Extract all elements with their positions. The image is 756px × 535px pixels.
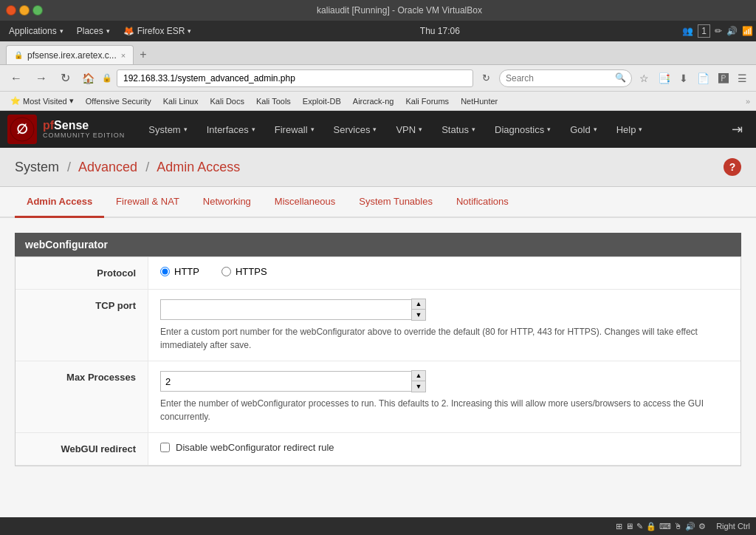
nav-system-label: System bbox=[148, 124, 180, 135]
tab-miscellaneous[interactable]: Miscellaneous bbox=[263, 187, 347, 218]
bookmark-aircrack-ng[interactable]: Aircrack-ng bbox=[348, 95, 399, 107]
bookmark-kali-docs[interactable]: Kali Docs bbox=[205, 95, 248, 107]
workspace-indicator: 1 bbox=[698, 24, 710, 38]
window-title: kaliaudit [Running] - Oracle VM VirtualB… bbox=[49, 5, 750, 16]
refresh-button[interactable]: ↻ bbox=[56, 69, 75, 86]
breadcrumb-level2[interactable]: Admin Access bbox=[157, 160, 240, 174]
more-bookmarks[interactable]: » bbox=[746, 97, 750, 106]
nav-services[interactable]: Services ▾ bbox=[325, 120, 386, 140]
max-processes-spinner: ▲ ▼ bbox=[160, 370, 729, 392]
back-button[interactable]: ← bbox=[6, 70, 27, 86]
nav-help[interactable]: Help ▾ bbox=[608, 120, 652, 140]
protocol-http-radio[interactable] bbox=[160, 267, 170, 276]
menu-icon[interactable]: ☰ bbox=[735, 71, 750, 86]
pfsense-content: ∅ pfSense COMMUNITY EDITION System ▾ Int… bbox=[0, 111, 756, 535]
tcp-port-decrement[interactable]: ▼ bbox=[412, 310, 425, 320]
tab-notifications[interactable]: Notifications bbox=[444, 187, 520, 218]
download-icon[interactable]: ⬇ bbox=[676, 71, 691, 86]
forward-button[interactable]: → bbox=[31, 70, 52, 86]
nav-gold[interactable]: Gold ▾ bbox=[561, 120, 605, 140]
logout-button[interactable]: ⇥ bbox=[726, 118, 749, 140]
tcp-port-spinner-buttons: ▲ ▼ bbox=[411, 299, 426, 321]
minimize-button[interactable] bbox=[19, 5, 30, 16]
protocol-https-radio[interactable] bbox=[221, 267, 231, 276]
nav-services-label: Services bbox=[334, 124, 371, 135]
max-processes-increment[interactable]: ▲ bbox=[412, 371, 425, 381]
places-menu[interactable]: Places ▾ bbox=[71, 24, 116, 38]
applications-menu[interactable]: Applications ▾ bbox=[3, 24, 69, 38]
close-button[interactable] bbox=[6, 5, 16, 16]
nav-interfaces[interactable]: Interfaces ▾ bbox=[198, 120, 264, 140]
breadcrumb-root: System bbox=[15, 160, 59, 174]
system-tray: 👥 1 ✏ 🔊 📶 bbox=[682, 24, 753, 38]
nav-status-label: Status bbox=[441, 124, 469, 135]
tab-miscellaneous-label: Miscellaneous bbox=[275, 196, 335, 207]
exploit-db-label: Exploit-DB bbox=[303, 97, 341, 106]
tcp-port-increment[interactable]: ▲ bbox=[412, 299, 425, 310]
bookmark-list-icon[interactable]: 📑 bbox=[655, 71, 673, 86]
tray-icon-3: ✎ bbox=[636, 522, 643, 531]
nav-vpn[interactable]: VPN ▾ bbox=[387, 120, 431, 140]
tcp-port-spinner: ▲ ▼ bbox=[160, 299, 729, 321]
new-tab-button[interactable]: + bbox=[134, 45, 152, 64]
bookmark-kali-forums[interactable]: Kali Forums bbox=[401, 95, 453, 107]
reader-mode-icon[interactable]: 📄 bbox=[694, 71, 712, 86]
tab-label: pfsense.irex.aretex.c... bbox=[27, 50, 117, 61]
tray-icon-2: 🖥 bbox=[625, 522, 633, 531]
reload-button[interactable]: ↻ bbox=[478, 71, 495, 85]
breadcrumb-level1[interactable]: Advanced bbox=[78, 160, 137, 174]
firefox-menu[interactable]: 🦊 Firefox ESR ▾ bbox=[117, 24, 198, 38]
tab-system-tunables[interactable]: System Tunables bbox=[347, 187, 444, 218]
tab-networking-label: Networking bbox=[203, 196, 251, 207]
tab-close-button[interactable]: × bbox=[121, 51, 126, 60]
tray-icon-1: ⊞ bbox=[616, 522, 622, 531]
tcp-port-input[interactable] bbox=[160, 299, 411, 320]
bookmark-star-icon[interactable]: ☆ bbox=[636, 71, 652, 86]
browser-tab-active[interactable]: 🔒 pfsense.irex.aretex.c... × bbox=[6, 45, 134, 64]
breadcrumb-sep1: / bbox=[67, 160, 71, 174]
breadcrumb: System / Advanced / Admin Access bbox=[15, 160, 240, 175]
home-button[interactable]: 🏠 bbox=[79, 71, 97, 86]
nav-firewall[interactable]: Firewall ▾ bbox=[266, 120, 323, 140]
bookmark-kali-linux[interactable]: Kali Linux bbox=[159, 95, 203, 107]
address-input[interactable] bbox=[117, 69, 473, 87]
nav-diagnostics-label: Diagnostics bbox=[495, 124, 544, 135]
nethunter-label: NetHunter bbox=[461, 97, 498, 106]
tray-icon-7: 🔊 bbox=[685, 522, 695, 531]
protocol-http-option[interactable]: HTTP bbox=[160, 266, 199, 277]
bookmark-offensive-security[interactable]: Offensive Security bbox=[81, 95, 156, 107]
tab-admin-access[interactable]: Admin Access bbox=[15, 187, 104, 218]
bookmark-most-visited[interactable]: ⭐ Most Visited ▾ bbox=[6, 95, 78, 107]
help-button[interactable]: ? bbox=[724, 158, 741, 176]
tcp-port-row: TCP port ▲ ▼ Enter a custom port number … bbox=[16, 290, 740, 361]
window-controls[interactable] bbox=[6, 5, 43, 16]
maximize-button[interactable] bbox=[32, 5, 43, 16]
tab-networking[interactable]: Networking bbox=[191, 187, 263, 218]
nav-system[interactable]: System ▾ bbox=[140, 120, 196, 140]
nav-diagnostics[interactable]: Diagnostics ▾ bbox=[486, 120, 560, 140]
nav-vpn-arrow: ▾ bbox=[419, 126, 422, 133]
logo-main-text: pfSense bbox=[43, 120, 125, 132]
webgui-redirect-checkbox[interactable] bbox=[160, 443, 170, 452]
logo-pf: pf bbox=[43, 119, 54, 132]
applications-label: Applications bbox=[9, 26, 57, 36]
max-processes-decrement[interactable]: ▼ bbox=[412, 381, 425, 392]
search-input[interactable] bbox=[499, 69, 632, 87]
nav-diagnostics-arrow: ▾ bbox=[547, 126, 551, 133]
bookmark-exploit-db[interactable]: Exploit-DB bbox=[298, 95, 346, 107]
protocol-label: Protocol bbox=[16, 257, 148, 289]
bookmark-kali-tools[interactable]: Kali Tools bbox=[252, 95, 295, 107]
tab-firewall-nat[interactable]: Firewall & NAT bbox=[104, 187, 191, 218]
menubar: Applications ▾ Places ▾ 🦊 Firefox ESR ▾ … bbox=[0, 21, 756, 41]
protocol-https-option[interactable]: HTTPS bbox=[221, 266, 267, 277]
max-processes-input[interactable] bbox=[160, 371, 411, 392]
tab-favicon: 🔒 bbox=[14, 51, 23, 59]
tab-firewall-nat-label: Firewall & NAT bbox=[116, 196, 179, 207]
form-table: Protocol HTTP HTTPS bbox=[15, 256, 741, 466]
pocket-icon[interactable]: 🅿 bbox=[715, 71, 732, 86]
bookmark-nethunter[interactable]: NetHunter bbox=[456, 95, 502, 107]
nav-status[interactable]: Status ▾ bbox=[433, 120, 484, 140]
aircrack-ng-label: Aircrack-ng bbox=[353, 97, 394, 106]
pfsense-nav-menu: System ▾ Interfaces ▾ Firewall ▾ Service… bbox=[140, 120, 726, 140]
webgui-redirect-checkbox-row: Disable webConfigurator redirect rule bbox=[160, 442, 729, 453]
